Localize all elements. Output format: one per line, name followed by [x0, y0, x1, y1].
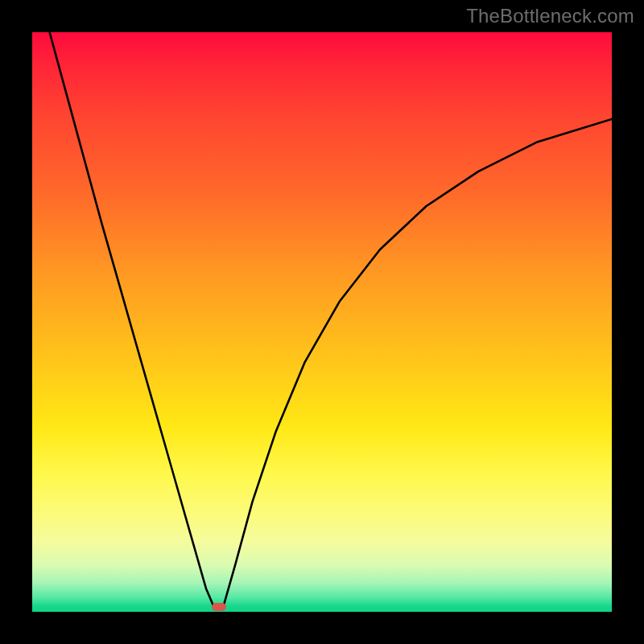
curve-left-branch: [50, 32, 215, 609]
plot-svg: [32, 32, 612, 612]
curve-right-branch: [224, 119, 612, 606]
optimum-marker: [212, 603, 226, 611]
chart-frame: TheBottleneck.com: [0, 0, 644, 644]
watermark-label: TheBottleneck.com: [466, 5, 634, 27]
